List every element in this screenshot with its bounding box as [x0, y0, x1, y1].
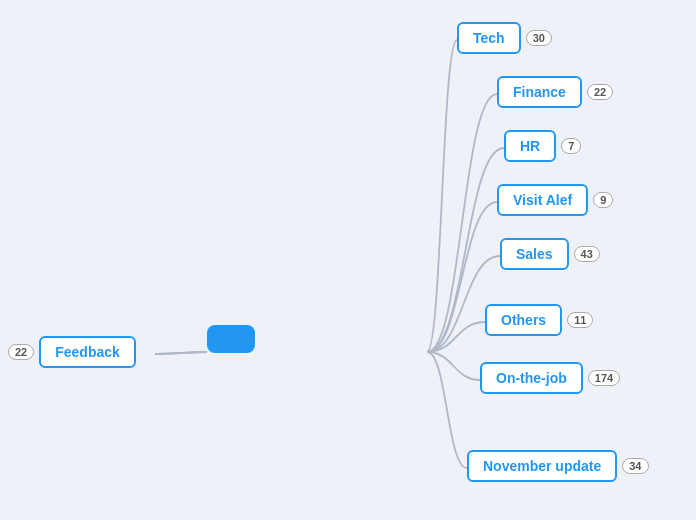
badge-november-update: 34 — [622, 458, 648, 474]
node-on-the-job[interactable]: On-the-job 174 — [480, 362, 620, 394]
badge-visit-alef: 9 — [593, 192, 613, 208]
node-november-update[interactable]: November update 34 — [467, 450, 649, 482]
badge-sales: 43 — [574, 246, 600, 262]
box-hr[interactable]: HR — [504, 130, 556, 162]
box-november-update[interactable]: November update — [467, 450, 617, 482]
box-visit-alef[interactable]: Visit Alef — [497, 184, 588, 216]
badge-finance: 22 — [587, 84, 613, 100]
node-visit-alef[interactable]: Visit Alef 9 — [497, 184, 613, 216]
center-box[interactable] — [207, 325, 255, 353]
node-tech[interactable]: Tech 30 — [457, 22, 552, 54]
node-hr[interactable]: HR 7 — [504, 130, 581, 162]
badge-feedback: 22 — [8, 344, 34, 360]
node-others[interactable]: Others 11 — [485, 304, 593, 336]
box-others[interactable]: Others — [485, 304, 562, 336]
box-tech[interactable]: Tech — [457, 22, 521, 54]
badge-hr: 7 — [561, 138, 581, 154]
badge-tech: 30 — [526, 30, 552, 46]
box-finance[interactable]: Finance — [497, 76, 582, 108]
box-sales[interactable]: Sales — [500, 238, 569, 270]
svg-line-0 — [155, 352, 207, 354]
node-sales[interactable]: Sales 43 — [500, 238, 600, 270]
badge-on-the-job: 174 — [588, 370, 620, 386]
badge-others: 11 — [567, 312, 593, 328]
center-node[interactable] — [207, 325, 255, 353]
node-finance[interactable]: Finance 22 — [497, 76, 613, 108]
box-feedback[interactable]: Feedback — [39, 336, 136, 368]
node-feedback[interactable]: 22 Feedback — [8, 336, 136, 368]
box-on-the-job[interactable]: On-the-job — [480, 362, 583, 394]
